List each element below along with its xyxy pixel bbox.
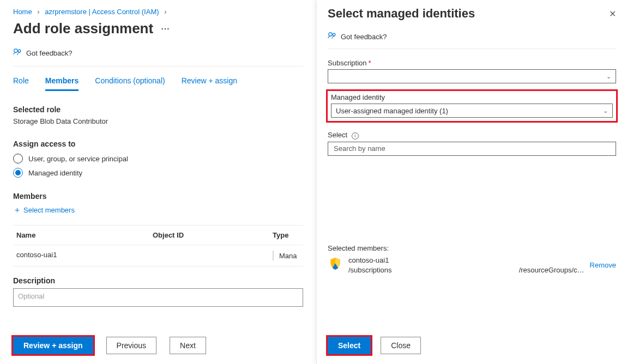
managed-identity-select[interactable]: User-assigned managed identity (1) ⌄ [331,104,613,118]
selected-members-label: Selected members: [328,244,616,252]
selected-role-title: Selected role [13,105,303,114]
remove-link[interactable]: Remove [590,261,616,269]
close-button[interactable]: Close [381,337,421,354]
member-path-right: /resourceGroups/c… [519,265,584,275]
previous-button[interactable]: Previous [106,337,156,354]
tabs: Role Members Conditions (optional) Revie… [13,76,303,91]
cell-type: Mana [273,251,300,260]
member-path-left: /subscriptions [348,265,391,275]
selected-member-row: contoso-uai1 /subscriptions /resourceGro… [328,256,616,275]
required-star: * [369,59,371,67]
members-table: Name Object ID Type contoso-uai1 Mana [13,225,303,266]
divider-icon [273,251,274,260]
review-assign-button[interactable]: Review + assign [13,337,93,354]
table-header: Name Object ID Type [13,226,303,245]
table-row[interactable]: contoso-uai1 Mana [13,245,303,266]
main-content: Home › azrpremstore | Access Control (IA… [0,0,316,364]
description-label: Description [13,276,303,285]
identity-icon [328,257,343,274]
radio-managed-identity[interactable]: Managed identity [13,168,303,178]
tab-conditions[interactable]: Conditions (optional) [95,76,165,91]
radio-icon [13,154,23,163]
left-footer: Review + assign Previous Next [13,337,206,354]
managed-identity-value: User-assigned managed identity (1) [336,107,448,115]
svg-point-3 [333,33,335,36]
breadcrumb: Home › azrpremstore | Access Control (IA… [13,8,303,16]
breadcrumb-home[interactable]: Home [13,8,32,16]
select-search-input[interactable] [328,142,616,156]
tab-members[interactable]: Members [45,76,79,91]
right-title-row: Select managed identities ✕ [328,7,616,21]
col-type: Type [273,231,300,239]
subscription-label-text: Subscription [328,59,367,67]
feedback-icon [328,32,336,42]
breadcrumb-sep: › [164,8,166,16]
more-icon[interactable]: ⋯ [161,23,171,34]
radio-icon [13,168,23,178]
subscription-label: Subscription* [328,59,616,67]
member-text: contoso-uai1 /subscriptions /resourceGro… [348,256,584,275]
col-object-id: Object ID [153,231,273,239]
cell-name: contoso-uai1 [16,251,153,260]
managed-identity-highlight: Managed identity User-assigned managed i… [328,91,616,121]
breadcrumb-iam[interactable]: azrpremstore | Access Control (IAM) [45,8,159,16]
next-button[interactable]: Next [170,337,206,354]
breadcrumb-sep: › [37,8,39,16]
right-title: Select managed identities [328,7,475,21]
subscription-select[interactable]: ⌄ [328,69,616,83]
member-name: contoso-uai1 [348,256,584,265]
select-label: Select i [328,131,616,139]
cell-type-text: Mana [279,252,297,260]
managed-identity-label: Managed identity [331,93,613,101]
col-name: Name [16,231,153,239]
radio-user-group[interactable]: User, group, or service principal [13,154,303,163]
select-members-link[interactable]: ＋ Select members [13,205,75,215]
plus-icon: ＋ [13,205,21,215]
close-icon[interactable]: ✕ [609,9,616,19]
right-footer: Select Close [328,337,421,354]
selected-members-section: Selected members: contoso-uai1 /subscrip… [328,244,616,275]
radio-label: User, group, or service principal [28,155,128,163]
select-label-text: Select [328,131,347,139]
svg-point-1 [18,50,21,52]
selected-role-value: Storage Blob Data Contributor [13,117,303,125]
members-title: Members [13,192,303,201]
cell-object-id [153,251,273,260]
chevron-down-icon: ⌄ [603,107,608,114]
feedback-label: Got feedback? [26,49,73,57]
right-feedback-label: Got feedback? [341,33,387,41]
info-icon[interactable]: i [352,132,359,139]
svg-point-0 [14,49,17,52]
right-feedback-link[interactable]: Got feedback? [328,32,616,49]
svg-point-2 [329,33,332,36]
page-title: Add role assignment [13,20,153,37]
search-field[interactable] [333,144,611,153]
feedback-link[interactable]: Got feedback? [13,48,303,66]
select-button[interactable]: Select [328,337,371,354]
right-flyout: Select managed identities ✕ Got feedback… [316,0,627,364]
page-title-row: Add role assignment ⋯ [13,20,303,37]
radio-label: Managed identity [28,169,82,177]
assign-access-title: Assign access to [13,139,303,148]
tab-role[interactable]: Role [13,76,29,91]
tab-review[interactable]: Review + assign [182,76,237,91]
description-input[interactable]: Optional [13,288,303,307]
chevron-down-icon: ⌄ [606,73,611,80]
assign-access-radio-group: User, group, or service principal Manage… [13,154,303,178]
select-members-label: Select members [23,206,75,214]
feedback-icon [13,48,22,58]
